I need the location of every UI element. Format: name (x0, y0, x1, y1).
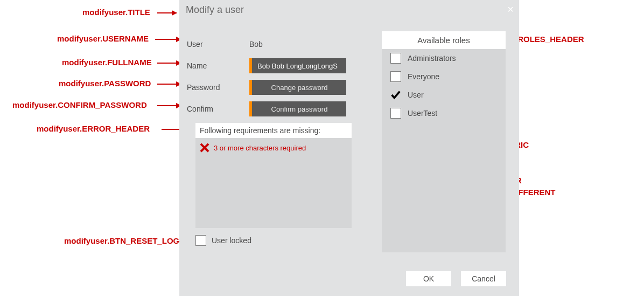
role-checkbox[interactable] (390, 71, 401, 82)
confirm-input[interactable] (252, 105, 346, 113)
checkmark-icon[interactable] (390, 90, 401, 100)
error-item: 3 or more characters required (195, 138, 352, 157)
dialog-title: Modify a user (179, 0, 519, 19)
arrow (157, 105, 181, 106)
name-input-wrap[interactable] (249, 58, 346, 73)
role-label: Administrators (408, 54, 456, 63)
label-confirm: Confirm (187, 105, 249, 113)
role-item-usertest[interactable]: UserTest (382, 104, 506, 122)
anno-title: modifyuser.TITLE (82, 8, 150, 17)
anno-username: modifyuser.USERNAME (57, 34, 149, 43)
password-input[interactable] (252, 84, 346, 92)
role-item-everyone[interactable]: Everyone (382, 67, 506, 86)
anno-error-header: modifyuser.ERROR_HEADER (37, 124, 150, 133)
arrow (157, 84, 181, 85)
role-checkbox[interactable] (390, 108, 401, 119)
arrow (157, 12, 177, 13)
role-label: UserTest (408, 109, 437, 118)
anno-fullname: modifyuser.FULLNAME (62, 58, 152, 67)
error-x-icon (199, 142, 209, 153)
anno-confirm: modifyuser.CONFIRM_PASSWORD (12, 100, 147, 109)
form-area: User Bob Name Password Confirm (187, 33, 348, 120)
roles-header: Available roles (382, 31, 506, 49)
role-label: Everyone (408, 72, 439, 81)
confirm-input-wrap[interactable] (249, 101, 346, 116)
role-label: User (408, 91, 424, 99)
value-user: Bob (249, 40, 263, 49)
roles-panel: Available roles Administrators Everyone … (382, 31, 506, 252)
cancel-button[interactable]: Cancel (461, 271, 506, 286)
user-locked-label: User locked (212, 236, 251, 245)
close-icon[interactable]: × (507, 3, 514, 16)
modify-user-dialog: Modify a user × User Bob Name Password C… (179, 0, 519, 296)
error-box: Following requirements are missing: 3 or… (195, 123, 352, 228)
role-item-administrators[interactable]: Administrators (382, 49, 506, 67)
role-item-user[interactable]: User (382, 86, 506, 104)
error-text: 3 or more characters required (214, 144, 306, 152)
arrow (155, 39, 181, 40)
ok-button[interactable]: OK (406, 271, 451, 286)
label-name: Name (187, 61, 249, 70)
user-locked-row[interactable]: User locked (195, 235, 251, 246)
anno-reset-lock: modifyuser.BTN_RESET_LOCK (64, 236, 185, 245)
anno-password: modifyuser.PASSWORD (59, 79, 151, 88)
label-password: Password (187, 83, 249, 92)
name-input[interactable] (252, 62, 346, 70)
error-header: Following requirements are missing: (195, 123, 352, 138)
arrow (157, 63, 181, 64)
role-checkbox[interactable] (390, 53, 401, 64)
label-user: User (187, 40, 249, 49)
user-locked-checkbox[interactable] (195, 235, 206, 246)
password-input-wrap[interactable] (249, 80, 346, 95)
dialog-buttons: OK Cancel (406, 271, 506, 286)
